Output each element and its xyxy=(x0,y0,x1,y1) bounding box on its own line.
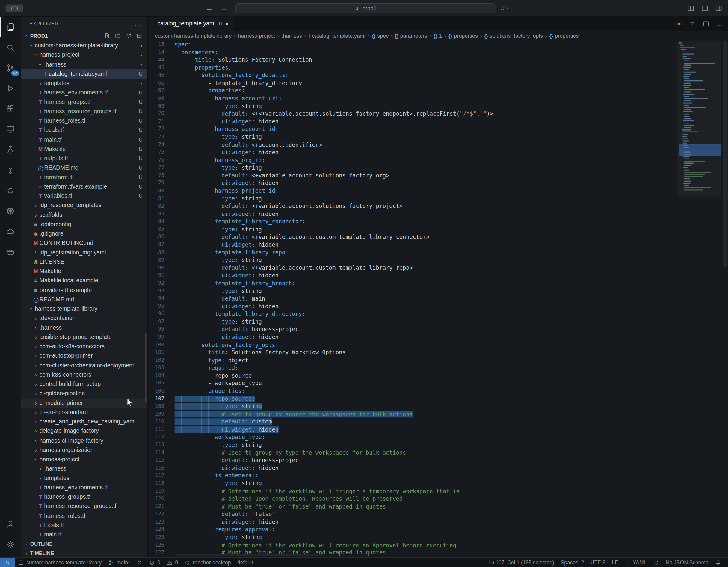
tree-file[interactable]: Tharness_roles.tf xyxy=(21,511,147,520)
tree-file[interactable]: !catalog_template.yamlU xyxy=(21,69,147,78)
activity-run-debug[interactable] xyxy=(0,78,21,98)
line-content[interactable]: # Used to group by type the workspaces f… xyxy=(164,449,406,457)
activity-remote-explorer[interactable] xyxy=(0,119,21,139)
line-content[interactable]: type: string xyxy=(164,256,262,264)
line-content[interactable]: title: Solutions Factory Workflow Option… xyxy=(164,349,346,357)
line-content[interactable]: # Determines if the workflow will requir… xyxy=(164,541,457,549)
line-content[interactable]: default: <+<+variable.account.solutions_… xyxy=(164,110,493,118)
tree-file[interactable]: §LICENSE xyxy=(21,257,147,266)
tree-file[interactable]: Tharness_groups.tf xyxy=(21,492,147,502)
status-warnings[interactable]: 0 xyxy=(164,558,181,567)
status-eol[interactable]: LF xyxy=(609,558,621,567)
line-content[interactable]: default: "false" xyxy=(164,511,275,518)
tree-file[interactable]: Toutputs.tfU xyxy=(21,154,147,163)
tree-folder[interactable]: ›harness-template-library xyxy=(21,304,147,314)
activity-explorer[interactable] xyxy=(0,17,21,37)
line-content[interactable]: is_ephemeral: xyxy=(164,472,259,480)
tree-file[interactable]: MMakefileU xyxy=(21,144,147,154)
status-encoding[interactable]: UTF-8 xyxy=(587,558,608,567)
line-content[interactable]: properties: xyxy=(164,87,245,95)
tree-folder[interactable]: ›templates xyxy=(21,474,147,483)
tree-folder[interactable]: ›.harness xyxy=(21,323,147,332)
tree-file[interactable]: ≡providers.tf.example xyxy=(21,285,147,295)
tree-folder[interactable]: ›scaffolds xyxy=(21,210,147,219)
line-content[interactable]: # Determines if the workflow will trigge… xyxy=(164,488,460,495)
activity-settings-gear[interactable] xyxy=(0,534,21,554)
tree-folder[interactable]: ›harness-organization xyxy=(21,445,147,455)
line-content[interactable]: default: custom xyxy=(164,418,272,426)
activity-kubernetes[interactable] xyxy=(0,200,21,221)
breadcrumb-item[interactable]: {}properties xyxy=(549,33,579,39)
line-content[interactable]: type: string xyxy=(164,441,262,449)
breadcrumb-item[interactable]: []parameters xyxy=(395,33,427,39)
tree-file[interactable]: ≡terraform.tfvars.exampleU xyxy=(21,182,147,191)
line-content[interactable]: # Used to group by source the workspaces… xyxy=(164,411,413,418)
status-workspace[interactable]: custom-harness-template-library xyxy=(15,558,105,567)
tab-dirty-indicator[interactable]: ● xyxy=(226,21,228,26)
line-content[interactable]: ui:widget: hidden xyxy=(164,179,279,187)
line-content[interactable]: repo_source: xyxy=(164,395,255,403)
line-content[interactable]: type: string xyxy=(164,164,262,172)
tree-folder[interactable]: ›ci-module-primer xyxy=(21,398,147,408)
line-content[interactable]: spec: xyxy=(164,41,191,49)
section-timeline[interactable]: ›TIMELINE xyxy=(21,548,147,557)
status-indentation[interactable]: Spaces: 2 xyxy=(558,558,587,567)
line-content[interactable]: ui:widget: hidden xyxy=(164,334,279,341)
line-content[interactable]: harness_account_id: xyxy=(164,125,279,133)
line-content[interactable]: ui:widget: hidden xyxy=(164,241,279,249)
line-content[interactable]: default: <+variable.account.custom_templ… xyxy=(164,233,430,241)
tree-file[interactable]: Tvariables.tfU xyxy=(21,191,147,200)
line-content[interactable]: default: <+variable.account.solutions_fa… xyxy=(164,202,403,210)
line-content[interactable]: ui:widget: hidden xyxy=(164,149,279,156)
status-notifications[interactable] xyxy=(712,558,724,567)
minimap[interactable] xyxy=(677,41,722,557)
tree-file[interactable]: Tlocals.tf xyxy=(21,521,147,530)
tree-folder[interactable]: ›create_and_push_new_catalog_yaml xyxy=(21,417,147,427)
line-content[interactable]: default: <+account.identifier> xyxy=(164,141,322,149)
line-content[interactable]: ui:widget: hidden xyxy=(164,303,279,311)
breadcrumb-item[interactable]: harness-project xyxy=(238,33,275,39)
tree-folder[interactable]: ›ci-sto-hcr-standard xyxy=(21,408,147,417)
tree-folder[interactable]: ›harness-ci-image-factory xyxy=(21,436,147,445)
status-k8s-namespace[interactable]: default xyxy=(234,558,256,567)
window-controls[interactable] xyxy=(6,4,23,12)
tree-file[interactable]: Tharness_roles.tfU xyxy=(21,116,147,125)
line-content[interactable]: solutions_factory_opts: xyxy=(164,341,279,349)
tree-folder[interactable]: ›harness-project xyxy=(21,455,147,464)
line-content[interactable]: # Must be "true" or "false" and wrapped … xyxy=(164,503,386,511)
line-content[interactable]: harness_account_url: xyxy=(164,95,282,102)
line-content[interactable]: default: <+variable.account.custom_templ… xyxy=(164,264,413,272)
tree-folder[interactable]: ›templates● xyxy=(21,78,147,88)
status-branch[interactable]: main* xyxy=(105,558,133,567)
activity-containers[interactable] xyxy=(0,241,21,262)
tree-file[interactable]: Tmain.tf xyxy=(21,530,147,539)
nav-forward-button[interactable]: → xyxy=(217,4,232,12)
sidebar-scrollbar[interactable] xyxy=(145,333,147,402)
line-content[interactable]: type: string xyxy=(164,102,262,110)
tree-folder[interactable]: ›.harness● xyxy=(21,60,147,69)
activity-cloud[interactable] xyxy=(0,221,21,241)
status-cursor-position[interactable]: Ln 107, Col 1 (185 selected) xyxy=(485,558,558,567)
split-editor-icon[interactable] xyxy=(703,20,709,27)
tree-file[interactable]: ≡.editorconfig xyxy=(21,220,147,229)
tree-folder[interactable]: ›.devcontainer xyxy=(21,314,147,323)
refresh-icon[interactable] xyxy=(125,32,132,39)
breadcrumb-item[interactable]: !catalog_template.yaml xyxy=(308,33,365,39)
line-content[interactable]: - workspace_type xyxy=(164,380,262,388)
tree-file[interactable]: ≡Makefile.local.example xyxy=(21,276,147,285)
line-content[interactable]: - repo_source xyxy=(164,372,252,380)
line-content[interactable]: template_library_directory: xyxy=(164,311,306,318)
line-content[interactable]: type: string xyxy=(164,133,262,141)
tree-file[interactable]: iREADME.md xyxy=(21,295,147,304)
line-content[interactable]: template_library_repo: xyxy=(164,249,289,256)
status-rancher-desktop[interactable]: rancher-desktop xyxy=(181,558,234,567)
line-content[interactable]: type: string xyxy=(164,195,262,202)
tree-file[interactable]: MCONTRIBUTING.md xyxy=(21,238,147,247)
tree-file[interactable]: Tharness_resource_groups.tfU xyxy=(21,107,147,116)
line-content[interactable]: ui:widget: hidden xyxy=(164,518,279,526)
line-content[interactable]: type: object xyxy=(164,357,248,365)
line-content[interactable]: workspace_type: xyxy=(164,434,265,442)
tab-catalog-template-yaml[interactable]: catalog_template.yaml U ● xyxy=(148,17,235,31)
status-language-mode[interactable]: {}YAML xyxy=(621,558,650,567)
line-content[interactable]: requires_approval: xyxy=(164,526,275,534)
